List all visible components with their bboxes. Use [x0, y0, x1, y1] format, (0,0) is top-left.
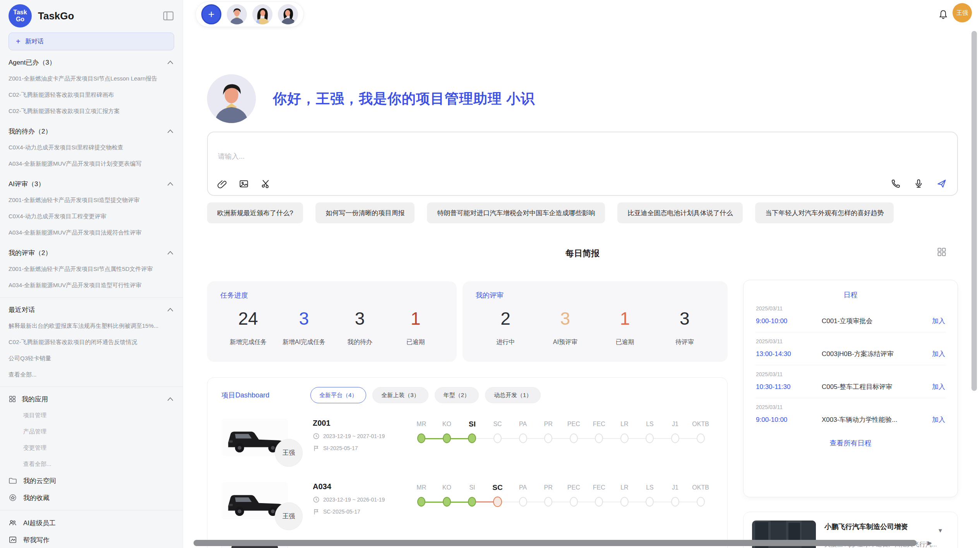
contact-avatar-2[interactable]	[252, 4, 272, 24]
stat-block: 2进行中	[476, 308, 535, 346]
sidebar-item[interactable]: A034-全新新能源MUV产品开发项目法规符合性评审	[9, 224, 174, 241]
milestone-dot	[468, 433, 476, 443]
send-icon[interactable]	[936, 178, 947, 189]
scroll-right-arrow[interactable]: ▶	[927, 539, 932, 546]
screenshot-scissors-icon[interactable]	[260, 179, 271, 189]
app-item[interactable]: 产品管理	[9, 423, 174, 440]
project-name: A034	[313, 482, 409, 491]
new-chat-button[interactable]: + 新对话	[9, 33, 174, 50]
milestone-station: KO	[434, 482, 460, 530]
milestone-station: SC	[485, 419, 511, 467]
sidebar-tool[interactable]: AI超级员工	[9, 514, 174, 531]
dashboard-tab[interactable]: 全新上装（3）	[372, 387, 428, 403]
briefing-layout-icon[interactable]	[937, 247, 947, 257]
plus-icon: +	[16, 38, 21, 45]
milestone-dot	[417, 497, 425, 507]
sidebar-item[interactable]: A034-全新新能源MUV产品开发项目计划变更表编写	[9, 156, 174, 172]
milestone-dot	[519, 433, 527, 443]
sidebar-item[interactable]: Z001-全新燃油皮卡产品开发项目SI节点Lesson Learn报告	[9, 70, 174, 87]
suggestion-chip[interactable]: 欧洲新规最近颁布了什么?	[207, 202, 303, 223]
milestone-dot	[570, 497, 578, 507]
voice-call-icon[interactable]	[891, 178, 901, 189]
dashboard-tab[interactable]: 年型（2）	[435, 387, 479, 403]
join-meeting-link[interactable]: 加入	[932, 317, 945, 325]
scroll-down-arrow[interactable]: ▼	[937, 527, 943, 534]
milestone-dot	[519, 497, 527, 507]
app-item[interactable]: 项目管理	[9, 407, 174, 423]
logo-text-top: Task	[13, 9, 27, 16]
horizontal-scrollbar[interactable]	[194, 540, 917, 546]
chevron-up-icon	[166, 181, 174, 187]
sidebar-group-apps[interactable]: 我的应用	[9, 391, 174, 407]
stat-card-title: 我的评审	[476, 291, 714, 300]
milestone-station: MR	[409, 482, 434, 530]
contact-avatar-1[interactable]	[227, 4, 247, 24]
vertical-scrollbar[interactable]	[971, 31, 977, 391]
sidebar-group-title[interactable]: Agent已办（3）	[9, 54, 174, 70]
sidebar-item[interactable]: C02-飞腾新能源轻客改款项目立项汇报方案	[9, 103, 174, 119]
briefing-stat-card: 我的评审2进行中3AI预评审1已逾期3待评审	[463, 281, 728, 362]
quick-contacts-bar: +	[195, 2, 304, 27]
suggestion-chip[interactable]: 如何写一份清晰的项目周报	[315, 202, 415, 223]
sidebar-item[interactable]: C0X4-动力总成开发项目SI里程碑提交物检查	[9, 139, 174, 156]
app-item[interactable]: 变更管理	[9, 440, 174, 456]
suggestion-chip[interactable]: 特朗普可能对进口汽车增税会对中国车企造成哪些影响	[427, 202, 605, 223]
contact-avatar-3[interactable]	[278, 4, 298, 24]
app-title: TaskGo	[38, 10, 156, 22]
milestone-station: PEC	[561, 482, 586, 530]
milestone-station: SI	[459, 482, 485, 530]
join-meeting-link[interactable]: 加入	[932, 349, 945, 358]
recent-conversation-item[interactable]: 查看全部...	[9, 366, 174, 383]
join-meeting-link[interactable]: 加入	[932, 415, 945, 424]
recent-title: 最近对话	[9, 305, 35, 314]
notification-bell-icon[interactable]	[938, 9, 949, 20]
flag-icon	[313, 508, 320, 515]
greeting-text: 你好，王强，我是你的项目管理助理 小识	[273, 89, 535, 108]
milestone-dot	[468, 497, 476, 507]
sidebar-item[interactable]: C02-飞腾新能源轻客改款项目里程碑画布	[9, 87, 174, 103]
sidebar-group-title[interactable]: 我的评审（2）	[9, 245, 174, 261]
suggestion-chip[interactable]: 比亚迪全固态电池计划具体说了什么	[617, 202, 743, 223]
suggestion-chip[interactable]: 当下年轻人对汽车外观有怎样的喜好趋势	[755, 202, 894, 223]
user-avatar[interactable]: 王强	[953, 3, 972, 22]
sidebar-group-title[interactable]: AI评审（3）	[9, 176, 174, 192]
news-title: 小鹏飞行汽车制造公司增资	[824, 522, 937, 531]
project-row[interactable]: 王强A0342023-12-19 ~ 2026-01-19SC-2025-05-…	[221, 476, 713, 530]
milestone-station: KO	[434, 419, 460, 467]
dashboard-tab[interactable]: 动总开发（1）	[485, 387, 541, 403]
milestone-station: MR	[409, 419, 434, 467]
owner-badge: 王强	[275, 439, 303, 467]
add-contact-button[interactable]: +	[201, 4, 221, 24]
recent-conversation-item[interactable]: 公司Q3轻卡销量	[9, 350, 174, 366]
schedule-item: 2025/03/119:00-10:00X003-车辆动力学性能验...加入	[755, 398, 946, 431]
sidebar-item[interactable]: A034-全新新能源MUV产品开发项目造型可行性评审	[9, 277, 174, 293]
attachment-icon[interactable]	[217, 179, 227, 189]
logo-text-bottom: Go	[16, 16, 24, 23]
sidebar-shortcut[interactable]: 我的收藏	[9, 489, 174, 506]
project-name: Z001	[313, 419, 409, 428]
recent-conversation-item[interactable]: C02-飞腾新能源轻客改款项目的闭环通告反馈情况	[9, 334, 174, 350]
dashboard-tab[interactable]: 全新平台（4）	[310, 387, 366, 403]
sidebar-group-title[interactable]: 我的待办（2）	[9, 123, 174, 139]
collapse-sidebar-icon[interactable]	[163, 10, 174, 21]
image-upload-icon[interactable]	[239, 179, 249, 189]
milestone-station: LS	[637, 482, 663, 530]
divider	[0, 297, 183, 298]
join-meeting-link[interactable]: 加入	[932, 382, 945, 391]
sidebar-item[interactable]: Z001-全新燃油轻卡产品开发项目SI造型提交物评审	[9, 192, 174, 208]
sidebar-item[interactable]: Z001-全新燃油轻卡产品开发项目SI节点属性5D文件评审	[9, 261, 174, 277]
stat-block: 3待评审	[655, 308, 714, 346]
app-item[interactable]: 查看全部...	[9, 456, 174, 472]
daily-briefing-title: 每日简报	[207, 248, 958, 259]
sidebar-group-recent[interactable]: 最近对话	[9, 301, 174, 318]
sidebar-item[interactable]: C0X4-动力总成开发项目工程变更评审	[9, 208, 174, 224]
microphone-icon[interactable]	[913, 178, 924, 189]
milestone-station: LS	[637, 419, 663, 467]
recent-conversation-item[interactable]: 解释最新出台的欧盟报废车法规再生塑料比例被调至15%...	[9, 318, 174, 334]
sidebar-shortcut[interactable]: 我的云空间	[9, 472, 174, 489]
chat-input[interactable]	[218, 148, 837, 165]
sidebar-tool[interactable]: 帮我写作	[9, 531, 174, 548]
chevron-up-icon	[166, 396, 174, 402]
project-row[interactable]: 王强Z0012023-12-19 ~ 2027-01-19SI-2025-05-…	[221, 413, 713, 467]
view-all-schedule-link[interactable]: 查看所有日程	[755, 438, 946, 448]
